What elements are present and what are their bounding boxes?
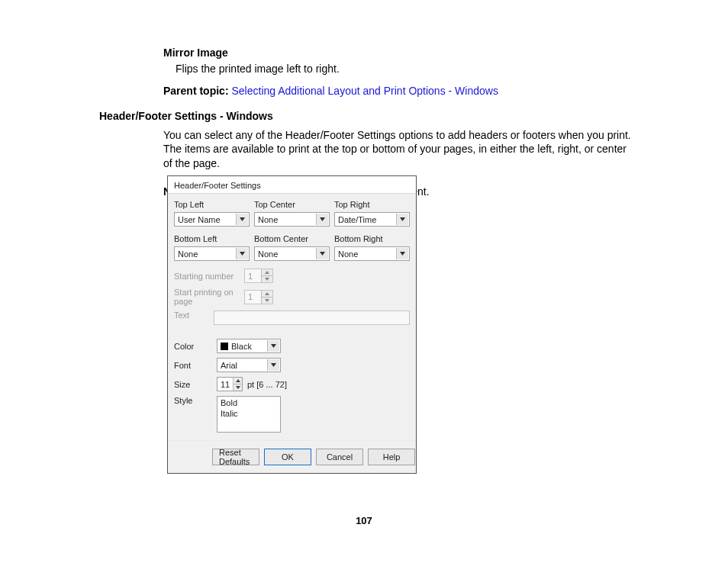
starting-number-value: 1 (245, 272, 261, 281)
section-heading: Header/Footer Settings - Windows (99, 109, 633, 124)
step-up-icon[interactable] (234, 378, 242, 384)
step-up-icon (262, 269, 272, 275)
start-printing-input: 1 (244, 290, 273, 304)
size-value: 11 (217, 380, 233, 389)
style-option-bold[interactable]: Bold (221, 398, 277, 409)
starting-number-label: Starting number (174, 272, 244, 281)
top-right-select[interactable]: Date/Time (334, 212, 410, 227)
reset-defaults-button[interactable]: Reset Defaults (212, 449, 259, 465)
dialog-title: Header/Footer Settings (168, 176, 416, 193)
parent-topic-label: Parent topic: (163, 85, 231, 97)
help-button[interactable]: Help (368, 449, 415, 465)
bottom-left-value: None (178, 249, 198, 259)
step-down-icon (262, 275, 272, 282)
bottom-center-label: Bottom Center (254, 234, 330, 243)
color-select[interactable]: Black (217, 339, 281, 353)
top-center-label: Top Center (254, 200, 330, 209)
size-range-text: pt [6 ... 72] (247, 380, 287, 389)
top-right-label: Top Right (334, 200, 410, 209)
chevron-down-icon (267, 359, 279, 371)
bottom-center-select[interactable]: None (254, 246, 330, 261)
bottom-left-label: Bottom Left (174, 234, 250, 243)
bottom-left-select[interactable]: None (174, 246, 250, 261)
starting-number-input: 1 (244, 269, 273, 283)
size-input[interactable]: 11 (217, 377, 243, 391)
ok-button[interactable]: OK (264, 449, 311, 465)
chevron-down-icon (267, 340, 279, 352)
style-label: Style (174, 396, 217, 405)
bottom-right-value: None (338, 249, 358, 259)
header-footer-settings-dialog: Header/Footer Settings Top Left User Nam… (167, 175, 417, 474)
start-printing-value: 1 (245, 292, 261, 301)
start-printing-label: Start printing on page (174, 288, 244, 306)
section-body: You can select any of the Header/Footer … (163, 128, 633, 172)
text-label: Text (174, 310, 214, 320)
page-number: 107 (0, 515, 728, 526)
text-input (214, 310, 410, 325)
font-label: Font (174, 361, 217, 370)
bottom-center-value: None (258, 249, 278, 259)
chevron-down-icon (316, 248, 328, 259)
parent-topic-link[interactable]: Selecting Additional Layout and Print Op… (231, 85, 498, 97)
top-center-value: None (258, 215, 278, 224)
mirror-image-description: Flips the printed image left to right. (176, 62, 633, 76)
cancel-button[interactable]: Cancel (316, 449, 363, 465)
style-option-italic[interactable]: Italic (221, 409, 277, 420)
chevron-down-icon (396, 248, 408, 259)
top-left-label: Top Left (174, 200, 250, 209)
chevron-down-icon (236, 214, 248, 225)
chevron-down-icon (316, 214, 328, 225)
size-label: Size (174, 380, 217, 389)
chevron-down-icon (396, 214, 408, 225)
step-up-icon (262, 291, 272, 297)
font-select[interactable]: Arial (217, 358, 281, 372)
chevron-down-icon (236, 248, 248, 259)
top-left-select[interactable]: User Name (174, 212, 250, 227)
style-listbox[interactable]: Bold Italic (217, 396, 281, 433)
color-value: Black (231, 342, 252, 351)
top-center-select[interactable]: None (254, 212, 330, 227)
color-label: Color (174, 342, 217, 351)
bottom-right-select[interactable]: None (334, 246, 410, 261)
top-left-value: User Name (178, 215, 221, 224)
step-down-icon (262, 297, 272, 304)
mirror-image-heading: Mirror Image (163, 46, 633, 60)
step-down-icon[interactable] (234, 384, 242, 391)
font-value: Arial (221, 361, 237, 370)
top-right-value: Date/Time (338, 215, 376, 224)
color-swatch-icon (221, 343, 228, 350)
bottom-right-label: Bottom Right (334, 234, 410, 243)
